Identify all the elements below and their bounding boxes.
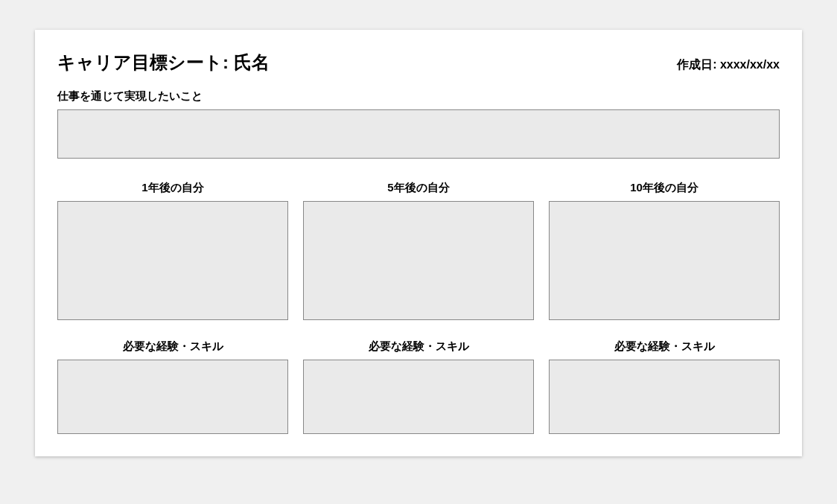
future-col-5year: 5年後の自分: [303, 181, 534, 320]
goal-label: 仕事を通じて実現したいこと: [57, 89, 780, 103]
creation-date: 作成日: xxxx/xx/xx: [677, 57, 780, 73]
future-input-1year[interactable]: [57, 201, 288, 320]
skills-input-1[interactable]: [57, 360, 288, 434]
header-row: キャリア目標シート: 氏名 作成日: xxxx/xx/xx: [57, 51, 780, 74]
goal-input[interactable]: [57, 109, 780, 159]
career-goal-sheet: キャリア目標シート: 氏名 作成日: xxxx/xx/xx 仕事を通じて実現した…: [35, 30, 802, 456]
skills-input-3[interactable]: [549, 360, 780, 434]
future-input-10year[interactable]: [549, 201, 780, 320]
skills-col-3: 必要な経験・スキル: [549, 339, 780, 434]
skills-label-2: 必要な経験・スキル: [369, 339, 469, 354]
skills-row: 必要な経験・スキル 必要な経験・スキル 必要な経験・スキル: [57, 339, 780, 434]
skills-label-1: 必要な経験・スキル: [123, 339, 223, 354]
skills-label-3: 必要な経験・スキル: [614, 339, 715, 354]
future-col-1year: 1年後の自分: [57, 181, 288, 320]
future-self-row: 1年後の自分 5年後の自分 10年後の自分: [57, 181, 780, 320]
future-input-5year[interactable]: [303, 201, 534, 320]
skills-input-2[interactable]: [303, 360, 534, 434]
future-label-5year: 5年後の自分: [387, 181, 449, 195]
skills-col-2: 必要な経験・スキル: [303, 339, 534, 434]
future-label-10year: 10年後の自分: [630, 181, 698, 195]
sheet-title: キャリア目標シート: 氏名: [57, 51, 270, 74]
goal-section: 仕事を通じて実現したいこと: [57, 89, 780, 162]
future-col-10year: 10年後の自分: [549, 181, 780, 320]
future-label-1year: 1年後の自分: [141, 181, 203, 195]
skills-col-1: 必要な経験・スキル: [57, 339, 288, 434]
